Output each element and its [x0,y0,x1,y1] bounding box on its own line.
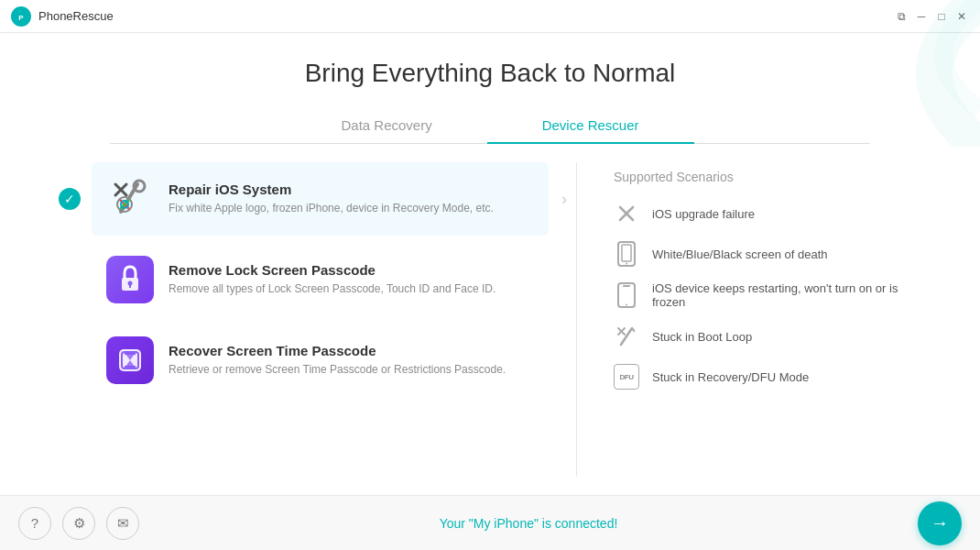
scenario-restarting: iOS device keeps restarting, won't turn … [614,281,925,309]
titlebar-left: P PhoneRescue [11,6,114,27]
phone2-icon [614,282,639,308]
repair-ios-icon [106,175,154,223]
content-area: ✓ [0,144,980,495]
header: Bring Everything Back to Normal Data Rec… [0,33,980,144]
scenario-ios-upgrade: iOS upgrade failure [614,201,925,226]
svg-rect-17 [618,242,635,266]
phone-icon [614,241,639,267]
email-button[interactable]: ✉ [106,507,139,540]
wrench-icon [614,324,639,349]
screen-time-title: Recover Screen Time Passcode [169,343,534,358]
repair-ios-desc: Fix white Apple logo, frozen iPhone, dev… [169,201,534,216]
app-name: PhoneRescue [38,9,114,23]
scenario-dfu: DFU Stuck in Recovery/DFU Mode [614,364,925,390]
repair-ios-text: Repair iOS System Fix white Apple logo, … [169,182,534,216]
help-icon: ? [31,515,38,531]
remove-lock-desc: Remove all types of Lock Screen Passcode… [169,281,534,297]
lock-icon [106,256,154,303]
bottom-left-controls: ? ⚙ ✉ [18,507,139,540]
scenario-screen-death-text: White/Blue/Black screen of death [652,248,828,261]
bottom-bar: ? ⚙ ✉ Your "My iPhone" is connected! → [0,495,980,550]
scenario-screen-death: White/Blue/Black screen of death [614,241,925,267]
next-icon: → [931,512,949,534]
svg-point-22 [626,304,627,306]
titlebar-controls: ⧉ ─ □ ✕ [894,9,969,24]
help-button[interactable]: ? [18,507,51,540]
screen-time-desc: Retrieve or remove Screen Time Passcode … [169,362,534,378]
screen-time-icon [106,336,154,384]
dfu-icon: DFU [614,364,639,390]
close-button[interactable]: ✕ [954,9,969,24]
check-icon: ✓ [59,188,81,210]
settings-icon: ⚙ [73,515,85,532]
scenario-restarting-text: iOS device keeps restarting, won't turn … [652,281,925,309]
scenario-ios-upgrade-text: iOS upgrade failure [652,207,755,221]
scenario-boot-loop: Stuck in Boot Loop [614,324,925,349]
scenario-boot-loop-text: Stuck in Boot Loop [652,330,752,344]
scenarios-title: Supported Scenarios [614,170,925,184]
options-panel: ✓ [92,162,577,477]
settings-button[interactable]: ⚙ [62,507,95,540]
app-logo: P [11,6,31,27]
maximize-button[interactable]: □ [934,9,949,24]
repair-ios-title: Repair iOS System [169,182,534,197]
screen-time-text: Recover Screen Time Passcode Retrieve or… [169,343,534,378]
page-title: Bring Everything Back to Normal [0,59,980,88]
restore-button[interactable]: ⧉ [894,9,909,24]
tabs-container: Data Recovery Device Rescuer [110,108,870,144]
titlebar: P PhoneRescue ⧉ ─ □ ✕ [0,0,980,33]
x-icon [614,201,639,226]
remove-lock-title: Remove Lock Screen Passcode [169,262,534,278]
svg-rect-18 [622,245,631,261]
status-text: Your "My iPhone" is connected! [139,516,918,531]
option-screen-time[interactable]: Recover Screen Time Passcode Retrieve or… [92,324,549,397]
option-remove-lock[interactable]: Remove Lock Screen Passcode Remove all t… [92,243,549,316]
chevron-right-icon: › [561,190,567,209]
svg-point-19 [626,263,627,265]
tab-data-recovery[interactable]: Data Recovery [286,108,486,144]
minimize-button[interactable]: ─ [914,9,929,24]
tab-device-rescuer[interactable]: Device Rescuer [487,108,694,144]
option-repair-ios[interactable]: ✓ [92,162,549,236]
svg-point-9 [128,281,133,286]
scenarios-panel: Supported Scenarios iOS upgrade failure [577,162,925,477]
scenario-dfu-text: Stuck in Recovery/DFU Mode [652,370,809,384]
dfu-badge: DFU [614,364,639,390]
main-content: Bring Everything Back to Normal Data Rec… [0,33,980,495]
svg-text:P: P [18,14,24,22]
next-button[interactable]: → [918,501,962,545]
email-icon: ✉ [117,515,129,532]
remove-lock-text: Remove Lock Screen Passcode Remove all t… [169,262,534,297]
